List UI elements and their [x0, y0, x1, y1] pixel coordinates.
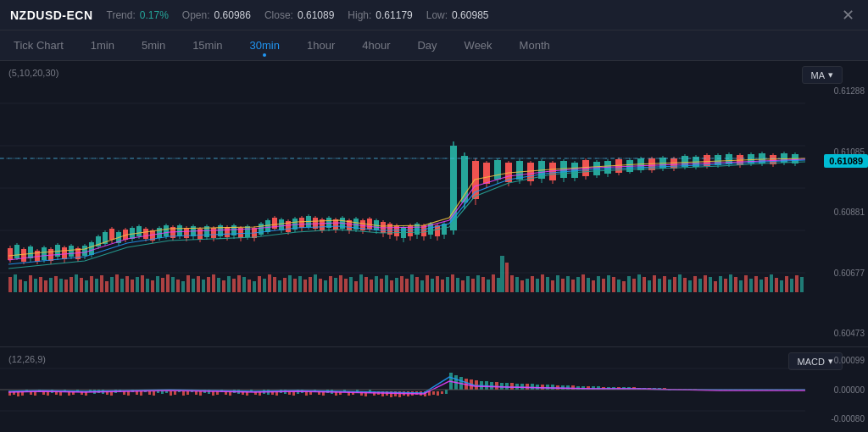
trend-label: Trend:: [107, 9, 136, 21]
svg-rect-97: [461, 280, 465, 292]
svg-rect-32: [141, 275, 144, 292]
tf-4hour[interactable]: 4hour: [348, 30, 403, 60]
svg-rect-10: [29, 275, 32, 292]
svg-rect-125: [612, 277, 615, 292]
svg-rect-9: [24, 281, 27, 292]
svg-rect-102: [487, 280, 490, 292]
svg-rect-99: [471, 279, 475, 292]
svg-rect-67: [319, 279, 322, 292]
svg-rect-12: [39, 277, 42, 292]
svg-rect-394: [153, 391, 155, 396]
svg-rect-127: [622, 281, 626, 292]
svg-rect-71: [339, 275, 342, 292]
svg-rect-393: [148, 391, 151, 395]
svg-rect-155: [765, 277, 768, 292]
svg-rect-51: [237, 275, 241, 292]
tf-1min[interactable]: 1min: [77, 30, 128, 60]
svg-rect-399: [174, 391, 176, 395]
svg-rect-27: [115, 274, 119, 292]
close-stat: Close: 0.61089: [264, 9, 334, 21]
svg-rect-152: [749, 279, 753, 292]
macd-top-value: 0.00099: [816, 356, 865, 365]
svg-rect-110: [536, 279, 539, 292]
svg-rect-334: [670, 158, 677, 169]
svg-rect-37: [166, 274, 170, 292]
tf-1hour[interactable]: 1hour: [293, 30, 348, 60]
svg-rect-487: [566, 385, 570, 390]
svg-rect-202: [136, 226, 142, 236]
svg-rect-31: [136, 277, 139, 292]
svg-rect-194: [109, 229, 114, 240]
svg-rect-128: [627, 276, 631, 292]
svg-rect-88: [426, 275, 429, 292]
svg-rect-480: [531, 384, 534, 390]
svg-rect-320: [593, 162, 600, 175]
svg-rect-130: [637, 274, 641, 292]
macd-indicator-label: (12,26,9): [8, 354, 46, 364]
svg-rect-44: [202, 280, 205, 292]
svg-rect-22: [90, 276, 93, 292]
svg-rect-28: [120, 279, 124, 292]
svg-rect-55: [258, 276, 261, 292]
svg-rect-33: [146, 279, 149, 292]
svg-rect-144: [709, 277, 712, 292]
svg-rect-58: [273, 277, 276, 292]
high-stat: High: 0.61179: [348, 9, 412, 21]
trend-value: 0.17%: [140, 9, 169, 21]
svg-rect-124: [607, 275, 610, 292]
svg-rect-388: [127, 391, 130, 396]
svg-rect-69: [329, 276, 332, 292]
svg-rect-160: [790, 279, 793, 292]
tf-week[interactable]: Week: [451, 30, 506, 60]
price-p4: 0.60473: [816, 329, 865, 338]
tf-month[interactable]: Month: [506, 30, 564, 60]
svg-rect-56: [263, 279, 266, 292]
svg-rect-204: [143, 229, 148, 239]
svg-rect-109: [531, 276, 534, 292]
svg-rect-59: [278, 280, 281, 292]
svg-rect-91: [441, 280, 444, 292]
svg-rect-74: [354, 281, 358, 292]
svg-rect-117: [571, 280, 575, 292]
svg-rect-17: [64, 280, 68, 292]
svg-rect-82: [395, 278, 398, 292]
price-p3: 0.60677: [816, 269, 865, 278]
svg-rect-11: [34, 279, 37, 292]
svg-rect-465: [441, 391, 443, 394]
low-stat: Low: 0.60985: [426, 9, 489, 21]
svg-rect-101: [481, 277, 485, 292]
svg-rect-112: [546, 277, 549, 292]
svg-rect-234: [245, 226, 250, 237]
close-button[interactable]: ✕: [837, 5, 858, 25]
svg-rect-41: [186, 275, 190, 292]
tf-5min[interactable]: 5min: [128, 30, 179, 60]
svg-rect-15: [54, 276, 58, 292]
svg-rect-154: [760, 280, 763, 292]
macd-chart[interactable]: (12,26,9) MACD ▾ 0.00099 0.00000 -0.0008…: [0, 347, 868, 432]
svg-rect-146: [719, 276, 722, 292]
main-chart[interactable]: (5,10,20,30) MA ▾ 0.61288 0.61085 0.6088…: [0, 61, 868, 347]
price-axis: 0.61288 0.61085 0.60881 0.60677 0.60473: [813, 61, 868, 346]
svg-rect-72: [344, 279, 348, 292]
tf-15min[interactable]: 15min: [179, 30, 236, 60]
svg-rect-57: [268, 274, 271, 292]
open-value: 0.60986: [214, 9, 251, 21]
svg-rect-105: [510, 275, 514, 292]
svg-rect-65: [309, 277, 312, 292]
svg-rect-42: [192, 279, 195, 292]
tf-day[interactable]: Day: [403, 30, 450, 60]
current-price-badge: 0.61089: [824, 154, 868, 168]
svg-rect-122: [597, 276, 600, 292]
tf-tick[interactable]: Tick Chart: [0, 30, 77, 60]
header-bar: NZDUSD-ECN Trend: 0.17% Open: 0.60986 Cl…: [0, 0, 868, 30]
svg-rect-250: [299, 218, 304, 228]
svg-rect-24: [100, 275, 103, 292]
svg-rect-482: [541, 385, 544, 390]
svg-rect-168: [21, 249, 26, 262]
svg-rect-18: [70, 277, 73, 292]
svg-rect-216: [184, 228, 189, 238]
svg-rect-238: [259, 224, 264, 235]
svg-rect-300: [483, 163, 490, 184]
trend-stat: Trend: 0.17%: [107, 9, 169, 21]
tf-30min[interactable]: 30min: [236, 30, 293, 60]
